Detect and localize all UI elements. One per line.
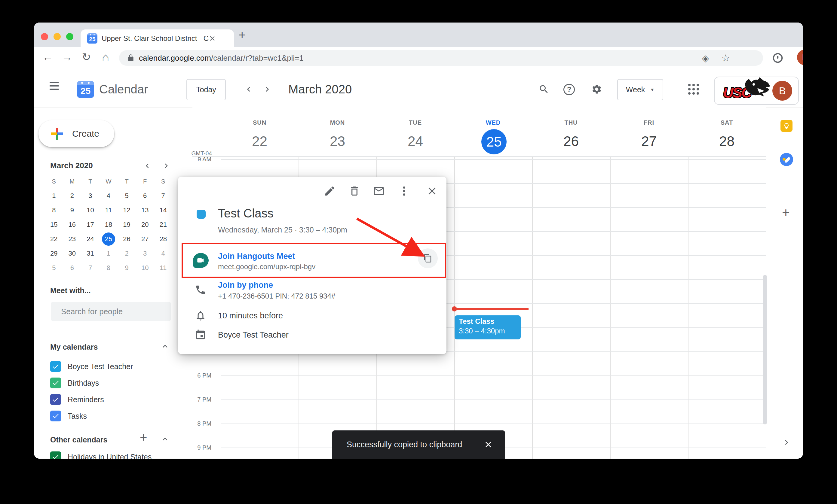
minical-day[interactable]: 2 xyxy=(118,246,136,261)
minical-day[interactable]: 8 xyxy=(100,261,118,275)
today-button[interactable]: Today xyxy=(186,79,226,100)
minical-day[interactable]: 4 xyxy=(100,189,118,203)
minimize-window-button[interactable] xyxy=(54,33,61,40)
minical-day[interactable]: 28 xyxy=(154,232,172,246)
day-number[interactable]: 24 xyxy=(376,133,454,149)
calendar-list-item[interactable]: Boyce Test Teacher xyxy=(50,360,133,372)
minical-prev-icon[interactable] xyxy=(143,161,152,170)
minical-day[interactable]: 8 xyxy=(45,203,63,218)
account-avatar[interactable]: B xyxy=(772,81,792,100)
calendar-list-item[interactable]: Birthdays xyxy=(50,377,99,389)
minical-day[interactable]: 5 xyxy=(118,189,136,203)
browser-avatar[interactable]: B xyxy=(797,50,803,65)
tab-close-icon[interactable] xyxy=(208,35,216,42)
minical-day[interactable]: 23 xyxy=(63,232,82,246)
close-window-button[interactable] xyxy=(41,33,48,40)
day-number[interactable]: 23 xyxy=(299,133,376,149)
day-number[interactable]: 28 xyxy=(688,133,766,149)
forward-icon[interactable]: → xyxy=(59,47,75,68)
minical-day[interactable]: 3 xyxy=(81,189,100,203)
minical-day[interactable]: 5 xyxy=(45,261,63,275)
minical-day[interactable]: 18 xyxy=(100,218,118,232)
minical-day[interactable]: 10 xyxy=(136,261,154,275)
minical-day[interactable]: 11 xyxy=(154,261,172,275)
minical-day[interactable]: 19 xyxy=(118,218,136,232)
keep-icon[interactable] xyxy=(781,120,793,132)
home-icon[interactable]: ⌂ xyxy=(97,47,114,68)
calendar-list-item[interactable]: Reminders xyxy=(50,393,104,406)
minical-day[interactable]: 1 xyxy=(45,189,63,203)
settings-gear-icon[interactable] xyxy=(591,84,602,95)
minical-day[interactable]: 7 xyxy=(154,189,172,203)
minical-day[interactable]: 12 xyxy=(118,203,136,218)
event-chip[interactable]: Test Class 3:30 – 4:30pm xyxy=(455,315,521,339)
edit-event-icon[interactable] xyxy=(324,185,336,197)
view-selector-dropdown[interactable]: Week ▼ xyxy=(617,79,663,100)
collapse-other-calendars-icon[interactable] xyxy=(160,434,170,444)
minical-day[interactable]: 15 xyxy=(45,218,63,232)
minical-day[interactable]: 21 xyxy=(154,218,172,232)
search-icon[interactable] xyxy=(538,84,549,95)
minical-day[interactable]: 6 xyxy=(63,261,82,275)
hamburger-menu-icon[interactable] xyxy=(50,82,59,90)
get-addons-icon[interactable]: + xyxy=(782,205,790,220)
minical-day[interactable]: 16 xyxy=(63,218,82,232)
minical-day[interactable]: 1 xyxy=(100,246,118,261)
day-number[interactable]: 26 xyxy=(532,133,610,149)
search-people-input[interactable]: Search for people xyxy=(51,302,171,321)
calendar-checkbox[interactable] xyxy=(50,451,61,459)
minical-day[interactable]: 30 xyxy=(63,246,82,261)
help-icon[interactable]: ? xyxy=(564,84,575,95)
minical-day[interactable]: 31 xyxy=(81,246,100,261)
email-guests-icon[interactable] xyxy=(373,185,385,197)
minical-day[interactable]: 9 xyxy=(118,261,136,275)
minical-day[interactable]: 6 xyxy=(136,189,154,203)
close-popup-icon[interactable] xyxy=(426,185,438,197)
grid-scrollbar-thumb[interactable] xyxy=(763,275,767,424)
bookmark-star-icon[interactable]: ☆ xyxy=(721,52,730,64)
calendar-checkbox[interactable] xyxy=(50,394,61,405)
minical-day[interactable]: 14 xyxy=(154,203,172,218)
next-period-icon[interactable] xyxy=(263,85,272,94)
minical-day[interactable]: 27 xyxy=(136,232,154,246)
tasks-icon[interactable] xyxy=(780,153,793,166)
calendar-checkbox[interactable] xyxy=(50,361,61,372)
minical-next-icon[interactable] xyxy=(162,161,171,170)
minical-day[interactable]: 11 xyxy=(100,203,118,218)
password-extension-icon[interactable] xyxy=(772,52,783,64)
new-tab-button[interactable]: + xyxy=(238,28,246,42)
create-button[interactable]: Create xyxy=(38,120,114,147)
prev-period-icon[interactable] xyxy=(244,85,253,94)
minical-day[interactable]: 29 xyxy=(45,246,63,261)
toast-close-icon[interactable] xyxy=(483,440,493,449)
calendar-list-item[interactable]: Holidays in United States xyxy=(50,451,152,459)
minical-day[interactable]: 9 xyxy=(63,203,82,218)
join-by-phone-link[interactable]: Join by phone xyxy=(218,281,273,290)
organization-account-box[interactable]: USC B xyxy=(714,77,799,105)
minical-day[interactable]: 7 xyxy=(81,261,100,275)
day-number[interactable]: 22 xyxy=(221,133,299,149)
calendar-checkbox[interactable] xyxy=(50,411,61,422)
calendar-checkbox[interactable] xyxy=(50,377,61,388)
minical-day[interactable]: 3 xyxy=(136,246,154,261)
minical-day[interactable]: 24 xyxy=(81,232,100,246)
extension-icon[interactable]: ◈ xyxy=(702,53,709,63)
browser-tab[interactable]: 25 Upper St. Clair School District - C xyxy=(81,30,234,47)
minical-day[interactable]: 22 xyxy=(45,232,63,246)
minical-day[interactable]: 17 xyxy=(81,218,100,232)
minical-day[interactable]: 13 xyxy=(136,203,154,218)
day-number[interactable]: 27 xyxy=(610,133,688,149)
add-other-calendars-icon[interactable]: + xyxy=(140,430,147,445)
collapse-my-calendars-icon[interactable] xyxy=(160,341,170,351)
back-icon[interactable]: ← xyxy=(39,47,56,68)
delete-event-icon[interactable] xyxy=(349,185,360,197)
zoom-window-button[interactable] xyxy=(66,33,73,40)
minical-day[interactable]: 26 xyxy=(118,232,136,246)
more-options-icon[interactable] xyxy=(398,185,410,197)
minical-day[interactable]: 4 xyxy=(154,246,172,261)
minical-day[interactable]: 20 xyxy=(136,218,154,232)
reload-icon[interactable]: ↻ xyxy=(78,47,95,68)
day-number-today[interactable]: 25 xyxy=(481,129,506,154)
minical-day-selected[interactable]: 25 xyxy=(100,232,118,246)
calendar-list-item[interactable]: Tasks xyxy=(50,410,87,422)
